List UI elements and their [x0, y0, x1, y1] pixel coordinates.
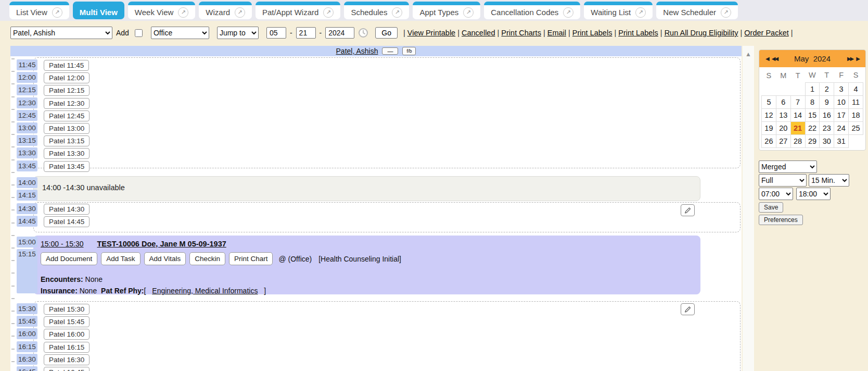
time-cell-12-00[interactable]: 12:00: [17, 72, 37, 83]
tab-appt-types[interactable]: Appt Types↗: [413, 2, 480, 19]
calendar-day-11[interactable]: 11: [849, 95, 863, 108]
slot-button-patel-14-45[interactable]: Patel 14:45: [44, 216, 90, 227]
referring-physician-link[interactable]: Engineering, Medical Informatics: [152, 287, 258, 295]
slot-button-patel-13-30[interactable]: Patel 13:30: [44, 148, 90, 159]
calendar-day-15[interactable]: 15: [805, 108, 820, 121]
time-cell-15-30[interactable]: 15:30: [17, 303, 37, 314]
add-vitals-button[interactable]: Add Vitals: [144, 252, 186, 265]
edit-slot-button[interactable]: [681, 303, 695, 315]
calendar-day-9[interactable]: 9: [820, 95, 834, 108]
calendar-clock-icon[interactable]: [358, 28, 368, 38]
toolbar-link-print-labels[interactable]: Print Labels: [618, 29, 658, 37]
collapse-column-button[interactable]: —: [382, 47, 398, 55]
time-cell-11-45[interactable]: 11:45: [17, 59, 37, 70]
preferences-button[interactable]: Preferences: [759, 215, 803, 225]
calendar-day-8[interactable]: 8: [805, 95, 820, 108]
toolbar-link-email[interactable]: Email: [547, 29, 566, 37]
toolbar-link-order-packet[interactable]: Order Packet: [744, 29, 788, 37]
slot-button-patel-16-45[interactable]: Patel 16:45: [44, 367, 90, 371]
calendar-day-19[interactable]: 19: [762, 121, 776, 134]
toolbar-link-view-printable[interactable]: View Printable: [407, 29, 455, 37]
add-document-button[interactable]: Add Document: [41, 252, 97, 265]
popout-icon[interactable]: ↗: [563, 7, 573, 18]
facility-select[interactable]: Office: [151, 27, 209, 39]
popout-icon[interactable]: ↗: [392, 7, 402, 18]
date-day-input[interactable]: [296, 27, 316, 39]
calendar-day-17[interactable]: 17: [834, 108, 849, 121]
slot-button-patel-16-15[interactable]: Patel 16:15: [44, 342, 90, 353]
add-checkbox[interactable]: [135, 29, 143, 37]
time-cell-14-15[interactable]: 14:15: [17, 190, 37, 201]
slot-button-patel-12-15[interactable]: Patel 12:15: [44, 85, 90, 96]
add-task-button[interactable]: Add Task: [101, 252, 140, 265]
time-cell-14-30[interactable]: 14:30: [17, 203, 37, 214]
tab-multi-view[interactable]: Multi View: [73, 2, 124, 19]
calendar-day-21[interactable]: 21: [790, 121, 805, 134]
time-cell-16-15[interactable]: 16:15: [17, 341, 37, 352]
print-chart-button[interactable]: Print Chart: [229, 252, 273, 265]
calendar-day-5[interactable]: 5: [762, 95, 776, 108]
start-time-select[interactable]: 07:00: [759, 188, 793, 200]
popout-icon[interactable]: ↗: [235, 7, 245, 18]
slot-button-patel-11-45[interactable]: Patel 11:45: [44, 60, 89, 71]
calendar-day-16[interactable]: 16: [820, 108, 834, 121]
time-cell-13-45[interactable]: 13:45: [17, 160, 37, 171]
calendar-day-30[interactable]: 30: [820, 134, 834, 147]
edit-slot-button[interactable]: [681, 204, 695, 216]
calendar-day-4[interactable]: 4: [849, 82, 863, 95]
tab-list-view[interactable]: List View↗: [9, 2, 69, 19]
tab-schedules[interactable]: Schedules↗: [344, 2, 409, 19]
schedule-scrollbar[interactable]: ▲: [743, 46, 754, 371]
calendar-day-25[interactable]: 25: [849, 121, 863, 134]
calendar-day-29[interactable]: 29: [805, 134, 820, 147]
tab-week-view[interactable]: Week View↗: [128, 2, 195, 19]
slot-button-patel-13-15[interactable]: Patel 13:15: [44, 135, 90, 146]
provider-header-link[interactable]: Patel, Ashish: [336, 47, 378, 55]
calendar-day-3[interactable]: 3: [834, 82, 849, 95]
next-month-icon[interactable]: ▶: [856, 56, 859, 61]
popout-icon[interactable]: ↗: [463, 7, 474, 18]
time-cell-12-15[interactable]: 12:15: [17, 84, 37, 95]
time-cell-15-00[interactable]: 15:00: [17, 237, 37, 248]
popout-icon[interactable]: ↗: [323, 7, 334, 18]
calendar-day-22[interactable]: 22: [805, 121, 820, 134]
time-cell-13-00[interactable]: 13:00: [17, 122, 37, 133]
popout-icon[interactable]: ↗: [178, 7, 188, 18]
toolbar-link-cancelled[interactable]: Cancelled: [462, 29, 495, 37]
tab-cancellation-codes[interactable]: Cancellation Codes↗: [484, 2, 580, 19]
time-cell-16-30[interactable]: 16:30: [17, 354, 37, 365]
provider-select[interactable]: Patel, Ashish: [10, 27, 112, 39]
checkin-button[interactable]: Checkin: [189, 252, 225, 265]
zoom-level-select[interactable]: Full: [759, 174, 807, 187]
save-button[interactable]: Save: [759, 202, 783, 213]
popout-icon[interactable]: ↗: [52, 7, 62, 18]
calendar-day-1[interactable]: 1: [805, 82, 820, 95]
time-cell-14-00[interactable]: 14:00: [17, 177, 37, 188]
toolbar-link-run-all-drug-eligibility[interactable]: Run All Drug Eligibility: [665, 29, 738, 37]
calendar-day-10[interactable]: 10: [834, 95, 849, 108]
time-cell-15-45[interactable]: 15:45: [17, 316, 37, 327]
slot-button-patel-12-00[interactable]: Patel 12:00: [44, 72, 90, 83]
slot-button-patel-16-00[interactable]: Patel 16:00: [44, 329, 90, 340]
time-cell-16-45[interactable]: 16:45: [17, 366, 37, 371]
calendar-day-13[interactable]: 13: [776, 108, 790, 121]
popout-icon[interactable]: ↗: [721, 7, 731, 18]
end-time-select[interactable]: 18:00: [796, 188, 831, 200]
toolbar-link-print-charts[interactable]: Print Charts: [501, 29, 541, 37]
next-year-icon[interactable]: ▶▶: [847, 56, 853, 61]
date-year-input[interactable]: [325, 27, 354, 39]
calendar-day-20[interactable]: 20: [776, 121, 790, 134]
slot-button-patel-12-30[interactable]: Patel 12:30: [44, 98, 90, 109]
jump-to-select[interactable]: Jump to: [217, 27, 259, 39]
calendar-day-24[interactable]: 24: [834, 121, 849, 134]
calendar-day-12[interactable]: 12: [762, 108, 776, 121]
calendar-day-2[interactable]: 2: [820, 82, 834, 95]
tab-waiting-list[interactable]: Waiting List↗: [584, 2, 653, 19]
slot-button-patel-12-45[interactable]: Patel 12:45: [44, 110, 90, 121]
scroll-up-icon[interactable]: ▲: [743, 46, 754, 58]
time-cell-13-15[interactable]: 13:15: [17, 135, 37, 146]
interval-select[interactable]: 15 Min.: [809, 174, 849, 187]
time-cell-16-00[interactable]: 16:00: [17, 328, 37, 339]
view-mode-select[interactable]: Merged: [759, 160, 817, 173]
calendar-day-23[interactable]: 23: [820, 121, 834, 134]
